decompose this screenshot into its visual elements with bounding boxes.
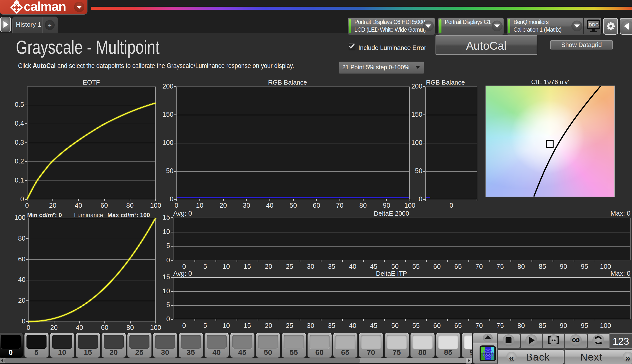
svg-text:DDC: DDC xyxy=(588,22,598,28)
